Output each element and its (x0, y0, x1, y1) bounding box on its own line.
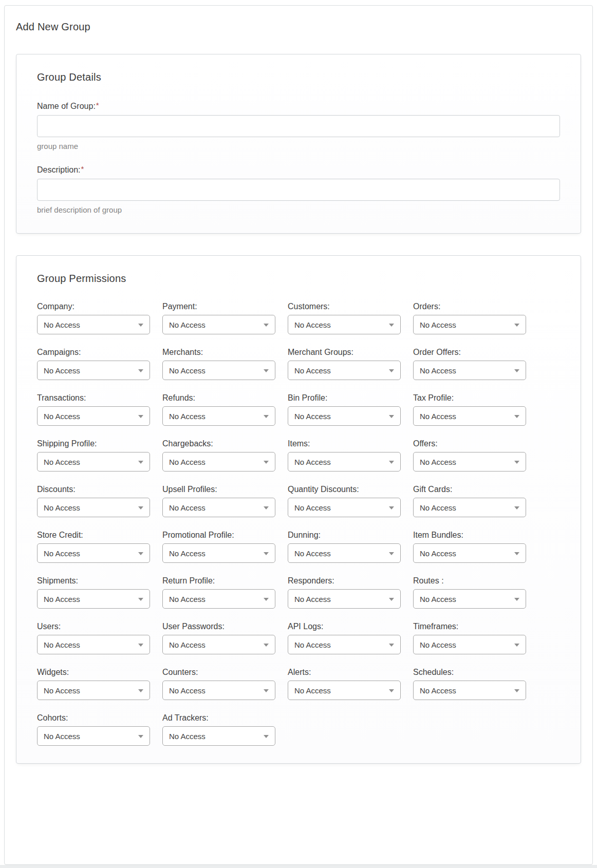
permission-label: Counters: (162, 668, 275, 677)
chevron-down-icon (514, 506, 519, 510)
permission-selected-value: No Access (169, 640, 206, 649)
chevron-down-icon (389, 324, 394, 327)
permission-field: Gift Cards: No Access (413, 485, 526, 517)
permission-selected-value: No Access (44, 732, 80, 741)
permission-select-dropdown[interactable]: No Access (37, 543, 150, 563)
chevron-down-icon (514, 689, 519, 692)
permission-label: Campaigns: (37, 348, 150, 357)
permission-select-dropdown[interactable]: No Access (288, 452, 401, 471)
chevron-down-icon (514, 461, 519, 464)
permission-select-dropdown[interactable]: No Access (413, 498, 526, 517)
permission-select-dropdown[interactable]: No Access (37, 498, 150, 517)
permission-select-dropdown[interactable]: No Access (288, 635, 401, 654)
chevron-down-icon (138, 552, 143, 555)
chevron-down-icon (514, 324, 519, 327)
permission-select-dropdown[interactable]: No Access (37, 589, 150, 609)
permission-label: Payment: (162, 302, 275, 311)
permission-field: Items: No Access (288, 439, 401, 471)
permission-field: Alerts: No Access (288, 668, 401, 700)
chevron-down-icon (138, 644, 143, 647)
permission-selected-value: No Access (169, 366, 206, 375)
permission-select-dropdown[interactable]: No Access (37, 361, 150, 380)
permission-select-dropdown[interactable]: No Access (288, 406, 401, 426)
permission-select-dropdown[interactable]: No Access (162, 452, 275, 471)
permission-label: Customers: (288, 302, 401, 311)
chevron-down-icon (138, 598, 143, 601)
description-hint: brief description of group (37, 205, 560, 214)
chevron-down-icon (138, 689, 143, 692)
permission-field: Counters: No Access (162, 668, 275, 700)
permission-select-dropdown[interactable]: No Access (37, 635, 150, 654)
permission-select-dropdown[interactable]: No Access (288, 498, 401, 517)
chevron-down-icon (138, 506, 143, 510)
permission-selected-value: No Access (294, 320, 331, 329)
permission-label: Widgets: (37, 668, 150, 677)
permission-selected-value: No Access (169, 732, 206, 741)
permission-field: Customers: No Access (288, 302, 401, 334)
permission-selected-value: No Access (420, 595, 456, 603)
permission-select-dropdown[interactable]: No Access (162, 589, 275, 609)
permission-select-dropdown[interactable]: No Access (37, 452, 150, 471)
permission-select-dropdown[interactable]: No Access (162, 361, 275, 380)
chevron-down-icon (264, 598, 269, 601)
permission-select-dropdown[interactable]: No Access (162, 498, 275, 517)
description-input[interactable] (37, 179, 560, 201)
chevron-down-icon (264, 552, 269, 555)
permission-label: Upsell Profiles: (162, 485, 275, 494)
permission-select-dropdown[interactable]: No Access (413, 543, 526, 563)
permission-label: Return Profile: (162, 576, 275, 586)
permission-field: Chargebacks: No Access (162, 439, 275, 471)
permission-selected-value: No Access (44, 549, 80, 558)
permission-field: Shipments: No Access (37, 576, 150, 609)
permission-select-dropdown[interactable]: No Access (413, 315, 526, 334)
description-label-text: Description: (37, 165, 80, 174)
permission-field: Offers: No Access (413, 439, 526, 471)
permission-select-dropdown[interactable]: No Access (162, 406, 275, 426)
permission-label: User Passwords: (162, 622, 275, 631)
permission-label: Quantity Discounts: (288, 485, 401, 494)
permission-label: Ad Trackers: (162, 713, 275, 723)
permission-select-dropdown[interactable]: No Access (162, 635, 275, 654)
permission-field: Promotional Profile: No Access (162, 531, 275, 563)
permission-select-dropdown[interactable]: No Access (162, 726, 275, 746)
permission-select-dropdown[interactable]: No Access (413, 406, 526, 426)
chevron-down-icon (138, 735, 143, 738)
chevron-down-icon (389, 598, 394, 601)
permission-label: Merchants: (162, 348, 275, 357)
permission-select-dropdown[interactable]: No Access (37, 406, 150, 426)
permission-select-dropdown[interactable]: No Access (162, 315, 275, 334)
permission-select-dropdown[interactable]: No Access (288, 315, 401, 334)
permission-label: Gift Cards: (413, 485, 526, 494)
permission-select-dropdown[interactable]: No Access (413, 681, 526, 700)
permission-select-dropdown[interactable]: No Access (37, 681, 150, 700)
permission-select-dropdown[interactable]: No Access (413, 452, 526, 471)
name-of-group-input[interactable] (37, 115, 560, 137)
permission-selected-value: No Access (44, 366, 80, 375)
permission-selected-value: No Access (294, 412, 331, 421)
permission-label: Alerts: (288, 668, 401, 677)
description-label: Description:* (37, 164, 560, 175)
chevron-down-icon (514, 552, 519, 555)
chevron-down-icon (514, 644, 519, 647)
permission-field: Shipping Profile: No Access (37, 439, 150, 471)
permission-select-dropdown[interactable]: No Access (413, 361, 526, 380)
permission-select-dropdown[interactable]: No Access (413, 589, 526, 609)
permission-select-dropdown[interactable]: No Access (37, 315, 150, 334)
permission-select-dropdown[interactable]: No Access (288, 361, 401, 380)
permission-select-dropdown[interactable]: No Access (288, 589, 401, 609)
permission-select-dropdown[interactable]: No Access (37, 726, 150, 746)
permission-selected-value: No Access (294, 549, 331, 558)
permission-select-dropdown[interactable]: No Access (413, 635, 526, 654)
permission-field: Item Bundles: No Access (413, 531, 526, 563)
chevron-down-icon (264, 369, 269, 372)
permission-label: Timeframes: (413, 622, 526, 631)
permission-select-dropdown[interactable]: No Access (288, 681, 401, 700)
permission-field: Bin Profile: No Access (288, 393, 401, 426)
permission-selected-value: No Access (169, 320, 206, 329)
permission-field: Order Offers: No Access (413, 348, 526, 380)
permission-select-dropdown[interactable]: No Access (162, 681, 275, 700)
permission-label: Tax Profile: (413, 393, 526, 403)
permission-select-dropdown[interactable]: No Access (162, 543, 275, 563)
permission-selected-value: No Access (169, 595, 206, 603)
permission-select-dropdown[interactable]: No Access (288, 543, 401, 563)
